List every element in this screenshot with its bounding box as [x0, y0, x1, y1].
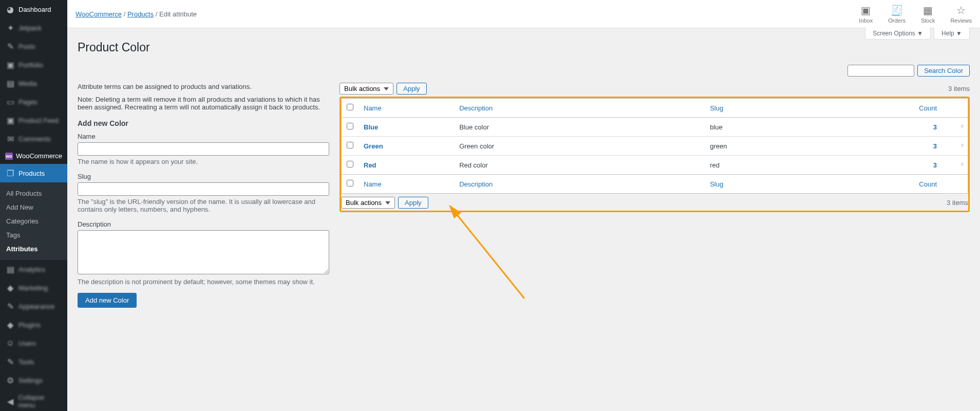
admin-sidebar: ◕ Dashboard ✦Jetpack ✎Posts ▣Portfolio ▤… — [0, 0, 67, 411]
description-label: Description — [78, 220, 329, 228]
sidebar-item-blurred[interactable]: ▣Product Feed — [0, 111, 67, 129]
slug-help: The "slug" is the URL-friendly version o… — [78, 198, 329, 213]
table-row: Red Red color red 3 ≡ — [342, 156, 968, 175]
bulk-actions-select-bottom[interactable]: Bulk actions — [341, 197, 395, 209]
sidebar-item-blurred[interactable]: ✎Posts — [0, 37, 67, 55]
dashboard-icon: ◕ — [5, 4, 15, 14]
table-row: Blue Blue color blue 3 ≡ — [342, 118, 968, 137]
row-checkbox[interactable] — [347, 123, 353, 129]
description-textarea[interactable] — [78, 230, 329, 274]
sidebar-item-dashboard[interactable]: ◕ Dashboard — [0, 0, 67, 18]
highlighted-area: Name Description Slug Count Blue Blue co… — [340, 97, 970, 212]
description-help: The description is not prominent by defa… — [78, 278, 329, 286]
drag-handle-icon[interactable]: ≡ — [961, 161, 964, 167]
term-name-link[interactable]: Green — [364, 142, 383, 150]
search-button[interactable]: Search Color — [917, 65, 970, 77]
inbox-button[interactable]: ▣Inbox — [859, 4, 873, 24]
sidebar-item-blurred[interactable]: ✉Comments — [0, 129, 67, 148]
apply-button-bottom[interactable]: Apply — [398, 197, 428, 209]
name-input[interactable] — [78, 142, 329, 156]
sidebar-label: Dashboard — [18, 6, 51, 13]
term-count-link[interactable]: 3 — [933, 161, 937, 169]
table-row: Green Green color green 3 ≡ — [342, 137, 968, 156]
reviews-icon: ☆ — [956, 4, 966, 16]
sidebar-sub-categories[interactable]: Categories — [0, 214, 67, 228]
breadcrumb-products[interactable]: Products — [127, 10, 154, 18]
term-name-link[interactable]: Blue — [364, 123, 378, 131]
sidebar-item-blurred[interactable]: ▭Pages — [0, 92, 67, 111]
drag-handle-icon[interactable]: ≡ — [961, 123, 964, 129]
sidebar-sub-all-products[interactable]: All Products — [0, 186, 67, 200]
items-count-top: 3 items — [948, 85, 970, 92]
orders-button[interactable]: 🧾Orders — [888, 4, 906, 24]
sidebar-sub-attributes[interactable]: Attributes — [0, 242, 67, 256]
col-name-foot[interactable]: Name — [359, 175, 454, 194]
search-input[interactable] — [847, 65, 914, 77]
sidebar-item-blurred[interactable]: ▣Portfolio — [0, 55, 67, 74]
sidebar-item-products[interactable]: ❐ Products — [0, 164, 67, 182]
inbox-icon: ▣ — [861, 4, 871, 16]
sidebar-item-blurred[interactable]: ◀Collapse menu — [0, 389, 67, 411]
col-count[interactable]: Count — [793, 99, 968, 118]
help-button[interactable]: Help ▼ — [934, 28, 970, 40]
sidebar-item-blurred[interactable]: ◆Plugins — [0, 315, 67, 334]
name-help: The name is how it appears on your site. — [78, 158, 329, 165]
sidebar-item-blurred[interactable]: ☺Users — [0, 334, 67, 352]
screen-options-button[interactable]: Screen Options ▼ — [865, 28, 931, 40]
term-name-link[interactable]: Red — [364, 161, 376, 169]
term-description: Blue color — [454, 118, 705, 137]
stock-button[interactable]: ▦Stock — [921, 4, 935, 24]
col-name[interactable]: Name — [359, 99, 454, 118]
name-label: Name — [78, 133, 329, 140]
sidebar-label: WooCommerce — [16, 152, 62, 160]
term-description: Green color — [454, 137, 705, 156]
slug-label: Slug — [78, 173, 329, 180]
term-description: Red color — [454, 156, 705, 175]
page-title: Product Color — [78, 33, 970, 65]
svg-line-0 — [450, 206, 524, 298]
note-text: Note: Deleting a term will remove it fro… — [78, 96, 329, 111]
sidebar-item-blurred[interactable]: ✎Tools — [0, 352, 67, 371]
breadcrumb-current: Edit attribute — [159, 10, 197, 18]
annotation-arrow — [442, 201, 530, 304]
reviews-button[interactable]: ☆Reviews — [950, 4, 972, 24]
drag-handle-icon[interactable]: ≡ — [961, 142, 964, 148]
intro-text: Attribute terms can be assigned to produ… — [78, 83, 329, 90]
terms-table: Name Description Slug Count Blue Blue co… — [341, 98, 968, 194]
sidebar-item-woocommerce[interactable]: wo WooCommerce — [0, 148, 67, 164]
col-description-foot[interactable]: Description — [454, 175, 705, 194]
slug-input[interactable] — [78, 182, 329, 196]
select-all-top[interactable] — [347, 104, 353, 110]
products-icon: ❐ — [5, 168, 15, 178]
breadcrumb: WooCommerce / Products / Edit attribute — [76, 10, 197, 18]
col-slug-foot[interactable]: Slug — [705, 175, 793, 194]
apply-button-top[interactable]: Apply — [397, 83, 427, 95]
add-new-button[interactable]: Add new Color — [78, 293, 137, 308]
col-count-foot[interactable]: Count — [793, 175, 968, 194]
woocommerce-icon: wo — [5, 153, 13, 160]
term-count-link[interactable]: 3 — [933, 142, 937, 150]
col-description[interactable]: Description — [454, 99, 705, 118]
sidebar-item-blurred[interactable]: ▤Analytics — [0, 260, 67, 278]
term-slug: green — [705, 137, 793, 156]
items-count-bottom: 3 items — [947, 199, 968, 207]
row-checkbox[interactable] — [347, 161, 353, 167]
sidebar-sub-tags[interactable]: Tags — [0, 228, 67, 242]
sidebar-item-blurred[interactable]: ✎Appearance — [0, 297, 67, 315]
sidebar-sub-add-new[interactable]: Add New — [0, 200, 67, 214]
sidebar-label: Products — [18, 170, 45, 177]
add-new-heading: Add new Color — [78, 119, 329, 127]
breadcrumb-woocommerce[interactable]: WooCommerce — [76, 10, 122, 18]
term-slug: blue — [705, 118, 793, 137]
sidebar-item-blurred[interactable]: ▤Media — [0, 74, 67, 92]
col-slug[interactable]: Slug — [705, 99, 793, 118]
row-checkbox[interactable] — [347, 142, 353, 148]
orders-icon: 🧾 — [891, 4, 903, 16]
sidebar-item-blurred[interactable]: ◆Marketing — [0, 278, 67, 297]
stock-icon: ▦ — [923, 4, 933, 16]
select-all-bottom[interactable] — [347, 180, 353, 186]
bulk-actions-select-top[interactable]: Bulk actions — [340, 83, 393, 95]
sidebar-item-blurred[interactable]: ⚙Settings — [0, 371, 67, 389]
sidebar-item-blurred[interactable]: ✦Jetpack — [0, 18, 67, 37]
term-count-link[interactable]: 3 — [933, 123, 937, 131]
